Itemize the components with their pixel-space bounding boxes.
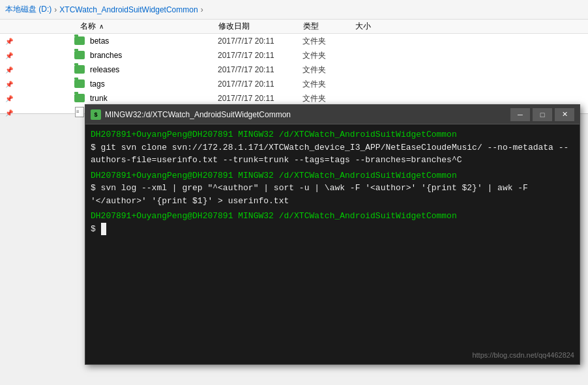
file-type: 文件夹 [302, 64, 355, 76]
nav-pin-6: 📌 [0, 106, 72, 120]
folder-icon [72, 79, 87, 90]
col-header-date[interactable]: 修改日期 [218, 21, 303, 32]
maximize-button[interactable]: □ [533, 108, 552, 121]
minimize-button[interactable]: ─ [510, 108, 530, 121]
file-type: 文件夹 [302, 50, 355, 61]
file-name: releases [87, 65, 218, 74]
left-nav: 📌 📌 📌 📌 📌 📌 [0, 34, 72, 120]
nav-pin-5: 📌 [0, 91, 72, 106]
col-header-name[interactable]: 名称 ∧ [75, 21, 218, 32]
file-date: 2017/7/17 20:11 [218, 51, 302, 60]
file-explorer: 本地磁盘 (D:) › XTCWatch_AndroidSuitWidgetCo… [0, 0, 588, 114]
terminal-line-5: DH207891+OuyangPeng@DH207891 MINGW32 /d/… [91, 210, 574, 223]
cursor [101, 223, 106, 236]
file-name: tags [87, 79, 218, 89]
nav-pin-4: 📌 [0, 77, 72, 91]
breadcrumb-folder[interactable]: XTCWatch_AndroidSuitWidgetCommon [59, 5, 198, 14]
terminal-body[interactable]: DH207891+OuyangPeng@DH207891 MINGW32 /d/… [85, 124, 580, 364]
file-type: 文件夹 [302, 79, 355, 90]
file-type: 文件夹 [302, 93, 355, 104]
folder-icon [72, 50, 87, 61]
terminal-line-1: DH207891+OuyangPeng@DH207891 MINGW32 /d/… [91, 128, 574, 141]
folder-icon [72, 36, 87, 47]
file-row[interactable]: releases 2017/7/17 20:11 文件夹 [72, 63, 588, 77]
terminal-line-2: $ git svn clone svn://172.28.1.171/XTCWa… [91, 141, 574, 167]
close-button[interactable]: ✕ [555, 108, 574, 121]
terminal-controls: ─ □ ✕ [510, 108, 574, 121]
column-headers: 名称 ∧ 修改日期 类型 大小 [0, 20, 588, 34]
terminal-window: $ MINGW32:/d/XTCWatch_AndroidSuitWidgetC… [85, 104, 580, 365]
file-name: betas [87, 36, 218, 46]
nav-pin-3: 📌 [0, 63, 72, 77]
col-header-size[interactable]: 大小 [355, 21, 394, 32]
file-date: 2017/7/17 20:11 [218, 79, 302, 89]
terminal-titlebar: $ MINGW32:/d/XTCWatch_AndroidSuitWidgetC… [85, 105, 580, 124]
file-name: trunk [87, 94, 218, 103]
terminal-line-cursor: $ [91, 223, 574, 236]
terminal-line-3: DH207891+OuyangPeng@DH207891 MINGW32 /d/… [91, 169, 574, 182]
col-header-type[interactable]: 类型 [303, 21, 355, 32]
file-date: 2017/7/17 20:11 [218, 65, 302, 74]
file-date: 2017/7/17 20:11 [218, 94, 302, 103]
nav-pin-1: 📌 [0, 34, 72, 48]
breadcrumb-sep2: › [201, 5, 203, 14]
terminal-title: MINGW32:/d/XTCWatch_AndroidSuitWidgetCom… [105, 110, 510, 119]
file-row[interactable]: branches 2017/7/17 20:11 文件夹 [72, 48, 588, 63]
terminal-icon: $ [91, 109, 101, 120]
breadcrumb-sep1: › [54, 5, 57, 14]
file-type: 文件夹 [302, 36, 355, 47]
watermark: https://blog.csdn.net/qq4462824 [472, 351, 574, 359]
breadcrumb-drive[interactable]: 本地磁盘 (D:) [5, 4, 51, 15]
nav-pin-2: 📌 [0, 48, 72, 63]
file-row[interactable]: trunk 2017/7/17 20:11 文件夹 [72, 91, 588, 106]
folder-icon [72, 93, 87, 104]
breadcrumb: 本地磁盘 (D:) › XTCWatch_AndroidSuitWidgetCo… [0, 0, 588, 20]
terminal-line-4: $ svn log --xml | grep "^<author" | sort… [91, 182, 574, 207]
folder-icon [72, 64, 87, 76]
file-row[interactable]: tags 2017/7/17 20:11 文件夹 [72, 77, 588, 91]
file-name: branches [87, 51, 218, 60]
file-row[interactable]: betas 2017/7/17 20:11 文件夹 [72, 34, 588, 48]
file-date: 2017/7/17 20:11 [218, 36, 302, 46]
